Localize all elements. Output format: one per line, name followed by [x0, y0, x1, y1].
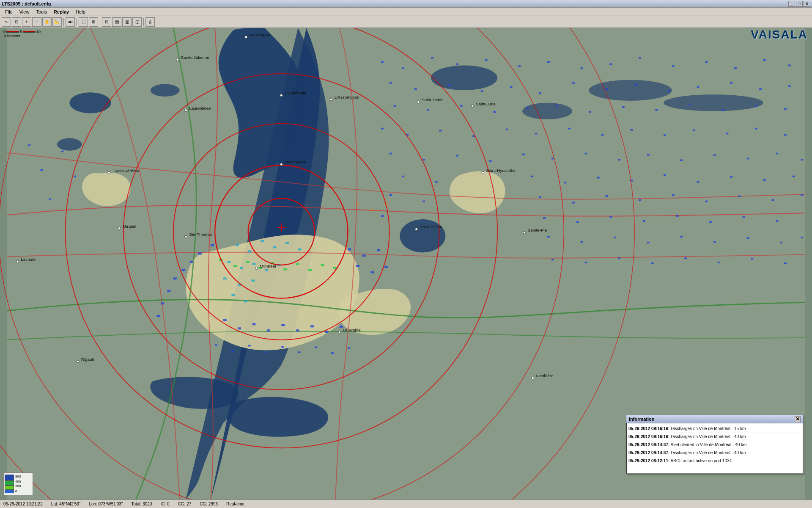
svg-text:Lanthière: Lanthière — [536, 373, 553, 378]
svg-rect-145 — [252, 279, 255, 282]
svg-rect-91 — [422, 201, 425, 202]
svg-rect-22 — [763, 59, 766, 61]
svg-rect-138 — [228, 261, 231, 263]
close-button[interactable]: ✕ — [804, 1, 810, 7]
svg-rect-98 — [738, 196, 741, 197]
toolbar-measure[interactable]: 📐 — [52, 17, 62, 27]
svg-text:Sainte Julienne: Sainte Julienne — [181, 55, 210, 60]
svg-rect-26 — [447, 84, 450, 86]
svg-rect-43 — [556, 105, 558, 107]
svg-rect-134 — [261, 240, 264, 242]
svg-rect-16 — [581, 67, 583, 69]
scale-0: 0 — [3, 30, 5, 34]
toolbar-print[interactable]: ⎙ — [145, 17, 155, 27]
svg-rect-92 — [539, 196, 541, 198]
minimize-button[interactable]: _ — [788, 1, 795, 7]
svg-rect-68 — [489, 160, 491, 162]
menu-file[interactable]: File — [2, 8, 16, 15]
svg-rect-124 — [718, 262, 720, 263]
info-panel-content[interactable]: 05-29-2012 09:16:16: Discharges on Ville… — [626, 423, 803, 474]
toolbar-select-box[interactable]: ⬚ — [79, 17, 88, 27]
svg-rect-64 — [784, 134, 787, 136]
svg-rect-97 — [705, 201, 708, 202]
svg-rect-23 — [788, 64, 791, 66]
status-total: Total: 3020 — [131, 502, 152, 506]
info-time-4: 05-29-2012 09:14:37 — [628, 450, 668, 455]
status-cg1: CG: 27 — [178, 502, 192, 506]
svg-rect-21 — [734, 67, 737, 69]
menu-help[interactable]: Help — [72, 8, 89, 15]
svg-rect-86 — [697, 181, 700, 183]
svg-rect-114 — [680, 236, 683, 237]
maximize-button[interactable]: □ — [796, 1, 803, 7]
scale-label: Kilometer — [4, 34, 41, 38]
svg-rect-57 — [568, 128, 571, 130]
toolbar-pan[interactable]: ✋ — [42, 17, 52, 27]
svg-rect-34 — [697, 86, 700, 88]
svg-rect-130 — [74, 176, 76, 177]
info-panel-header[interactable]: Information ✕ — [626, 415, 803, 423]
svg-rect-147 — [244, 300, 247, 302]
menu-bar: File View Tools Replay Help — [0, 8, 812, 16]
status-realtime: Real-time — [226, 502, 244, 506]
svg-rect-29 — [539, 92, 541, 94]
svg-rect-107 — [709, 221, 712, 223]
menu-tools[interactable]: Tools — [33, 8, 50, 15]
svg-point-205 — [330, 98, 332, 101]
menu-view[interactable]: View — [16, 8, 33, 15]
svg-rect-106 — [676, 215, 679, 217]
svg-rect-24 — [390, 82, 392, 84]
legend-bar-0 — [5, 490, 14, 493]
menu-replay[interactable]: Replay — [50, 8, 72, 15]
svg-text:Saint-Hyacinthe: Saint-Hyacinthe — [486, 168, 516, 173]
svg-rect-56 — [535, 133, 538, 135]
svg-text:La Prairie: La Prairie — [343, 328, 361, 332]
svg-rect-49 — [755, 105, 757, 107]
svg-rect-186 — [298, 351, 301, 353]
svg-point-210 — [280, 163, 283, 166]
svg-rect-90 — [390, 194, 392, 196]
svg-rect-177 — [296, 329, 299, 331]
svg-rect-143 — [223, 277, 227, 279]
svg-rect-119 — [551, 259, 554, 260]
svg-point-214 — [255, 267, 258, 270]
toolbar-zoom-fit[interactable]: ⊞ — [89, 17, 98, 27]
svg-point-212 — [184, 235, 187, 238]
svg-text:Rigaud: Rigaud — [81, 357, 94, 362]
svg-point-206 — [417, 101, 420, 103]
toolbar-layers[interactable]: ▤ — [112, 17, 121, 27]
svg-rect-122 — [651, 262, 654, 264]
svg-rect-131 — [49, 199, 51, 200]
svg-text:Montréal: Montréal — [260, 264, 276, 268]
svg-rect-19 — [672, 65, 675, 67]
info-panel-close[interactable]: ✕ — [795, 416, 801, 422]
svg-rect-153 — [283, 268, 287, 271]
status-lat: Lat: 45°N42'53" — [51, 502, 81, 506]
sep4 — [143, 18, 144, 26]
info-msg-4: Discharges on Ville de Montréal - 40 km — [671, 450, 746, 455]
svg-rect-42 — [527, 107, 529, 109]
svg-rect-132 — [236, 244, 239, 246]
toolbar-zoom-rect[interactable]: ⊡ — [12, 17, 21, 27]
svg-point-207 — [471, 105, 474, 108]
svg-rect-63 — [755, 128, 757, 130]
svg-text:Saint-Jérôme: Saint-Jérôme — [114, 168, 139, 173]
vaisala-logo: VAISALA — [751, 28, 808, 41]
svg-rect-32 — [634, 84, 637, 86]
svg-rect-9 — [381, 61, 384, 63]
toolbar-pointer[interactable]: ↖ — [2, 17, 11, 27]
toolbar-settings2[interactable]: ◫ — [132, 17, 142, 27]
svg-rect-141 — [265, 269, 268, 271]
toolbar-grid[interactable]: ⊟ — [102, 17, 111, 27]
status-bar: 05-29-2012 10:21:22 Lat: 45°N42'53" Lon:… — [0, 500, 812, 508]
toolbar-zoom-out[interactable]: − — [32, 17, 41, 27]
svg-rect-38 — [394, 105, 396, 107]
toolbar-3d[interactable]: 3D — [66, 17, 75, 27]
info-time-3: 05-29-2012 09:14:37 — [628, 442, 668, 447]
toolbar-zoom-in[interactable]: + — [22, 17, 31, 27]
info-entry-2: 05-29-2012 09:16:16: Discharges on Ville… — [628, 433, 801, 441]
svg-rect-11 — [431, 57, 433, 59]
toolbar-settings1[interactable]: ▥ — [122, 17, 132, 27]
svg-rect-103 — [576, 221, 579, 223]
svg-rect-95 — [639, 199, 641, 201]
